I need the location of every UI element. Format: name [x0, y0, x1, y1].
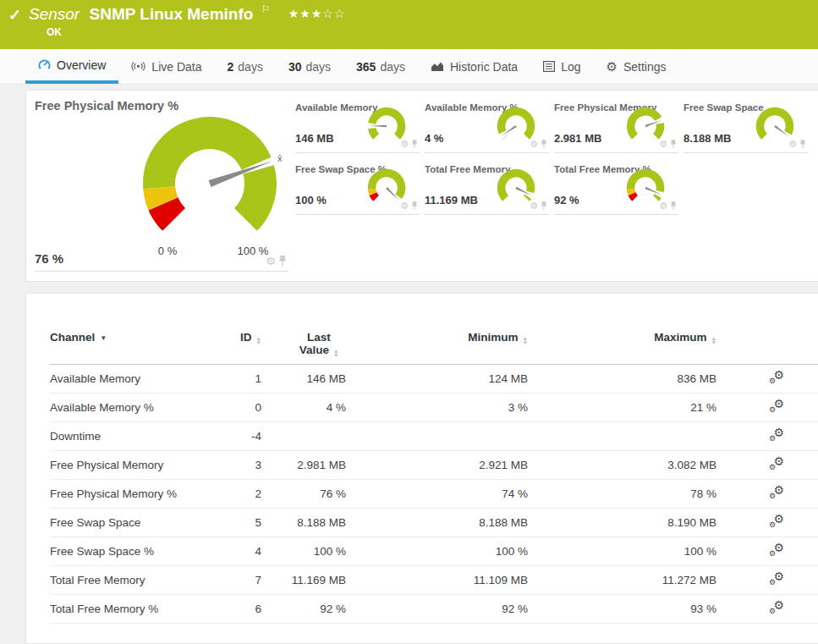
tab-overview[interactable]: Overview — [25, 49, 118, 84]
tab-historic-data[interactable]: Historic Data — [418, 49, 530, 84]
cell-minimum — [346, 422, 528, 451]
cell-channel[interactable]: Total Free Memory — [50, 566, 219, 595]
cell-last-value: 100 % — [261, 537, 346, 566]
pin-icon[interactable] — [411, 140, 418, 149]
sort-icon: ▲▼ — [523, 336, 528, 344]
cell-channel[interactable]: Total Free Memory % — [50, 595, 219, 624]
small-gauge-value: 11.169 MB — [425, 194, 478, 206]
tab-2-days[interactable]: 2 days — [215, 49, 276, 84]
tab-settings[interactable]: ⚙ Settings — [593, 49, 678, 84]
channel-settings-gears-icon[interactable]: ⚙⚙ — [769, 399, 784, 413]
small-gauges-grid: Available Memory 146 MB ⚙ Available Memo… — [295, 96, 813, 281]
small-gauge-cell[interactable]: Free Physical Memory 2.981 MB ⚙ — [554, 96, 678, 153]
small-gauge-cell[interactable]: Total Free Memory 11.169 MB ⚙ — [425, 158, 549, 215]
pin-icon[interactable] — [670, 201, 677, 211]
channel-settings-gears-icon[interactable]: ⚙⚙ — [769, 428, 784, 442]
channel-settings-gears-icon[interactable]: ⚙⚙ — [769, 572, 784, 586]
gauge-scale-min: 0 % — [149, 245, 186, 257]
pin-icon[interactable] — [541, 140, 547, 149]
gear-icon[interactable]: ⚙ — [530, 201, 538, 211]
gear-icon[interactable]: ⚙ — [400, 140, 409, 149]
cell-minimum: 100 % — [346, 537, 528, 566]
gauge-icon — [38, 58, 51, 71]
cell-actions: ⚙⚙ — [716, 509, 818, 537]
cell-channel[interactable]: Free Physical Memory % — [50, 480, 219, 509]
channel-settings-gears-icon[interactable]: ⚙⚙ — [769, 515, 784, 528]
table-row[interactable]: Free Physical Memory 3 2.981 MB 2.921 MB… — [50, 451, 818, 480]
small-gauge-cell[interactable]: Available Memory % 4 % ⚙ — [425, 96, 549, 153]
cell-channel[interactable]: Available Memory % — [50, 394, 219, 422]
small-gauge-cell[interactable]: Free Swap Space 8.188 MB ⚙ — [683, 96, 808, 153]
gear-icon[interactable]: ⚙ — [530, 140, 538, 149]
cell-id: -4 — [219, 422, 261, 451]
pin-icon[interactable] — [799, 140, 806, 149]
tab-label: Live Data — [151, 60, 201, 74]
small-gauge-value: 2.981 MB — [554, 132, 601, 145]
table-row[interactable]: Free Swap Space % 4 100 % 100 % 100 % ⚙⚙ — [50, 537, 818, 566]
channel-settings-gears-icon[interactable]: ⚙⚙ — [769, 371, 784, 384]
tab-live-data[interactable]: Live Data — [118, 49, 214, 84]
pin-icon[interactable] — [670, 140, 677, 149]
cell-minimum: 92 % — [346, 595, 528, 624]
gear-icon[interactable]: ⚙ — [266, 256, 276, 267]
table-row[interactable]: Downtime -4 ⚙⚙ — [50, 422, 818, 451]
small-gauge-cell[interactable]: Available Memory 146 MB ⚙ — [295, 96, 420, 153]
channel-settings-gears-icon[interactable]: ⚙⚙ — [769, 486, 784, 499]
cell-last-value: 146 MB — [261, 365, 346, 394]
pin-icon[interactable] — [411, 201, 418, 211]
cell-minimum: 11.109 MB — [346, 566, 528, 595]
table-row[interactable]: Total Free Memory 7 11.169 MB 11.109 MB … — [50, 566, 818, 595]
cell-id: 4 — [219, 537, 261, 566]
cell-actions: ⚙⚙ — [716, 566, 818, 595]
column-header-maximum[interactable]: Maximum▲▼ — [528, 331, 716, 365]
cell-channel[interactable]: Free Swap Space — [50, 509, 219, 537]
small-gauge-cell[interactable]: Free Swap Space % 100 % ⚙ — [295, 158, 420, 215]
table-row[interactable]: Available Memory % 0 4 % 3 % 21 % ⚙⚙ — [50, 394, 818, 422]
tab-30-days[interactable]: 30 days — [276, 49, 343, 84]
table-row[interactable]: Total Free Memory % 6 92 % 92 % 93 % ⚙⚙ — [50, 595, 818, 624]
cell-maximum: 11.272 MB — [528, 566, 716, 595]
cell-maximum: 836 MB — [528, 365, 716, 394]
small-gauge-value: 146 MB — [295, 132, 334, 145]
cell-id: 1 — [219, 365, 261, 394]
column-header-channel[interactable]: Channel▼ — [50, 331, 219, 365]
priority-flag-icon[interactable]: ⚐ — [261, 3, 271, 15]
cell-channel[interactable]: Downtime — [50, 422, 219, 451]
pin-icon[interactable] — [278, 256, 287, 267]
cell-last-value: 2.981 MB — [261, 451, 346, 480]
main-gauge-cell[interactable]: Free Physical Memory % x̄ 0 % 100 % 76 %… — [35, 91, 288, 272]
channel-settings-gears-icon[interactable]: ⚙⚙ — [769, 457, 784, 471]
cell-minimum: 2.921 MB — [346, 451, 528, 480]
table-row[interactable]: Free Physical Memory % 2 76 % 74 % 78 % … — [50, 480, 818, 509]
star-rating[interactable]: ★★★☆☆ — [288, 7, 346, 20]
table-row[interactable]: Free Swap Space 5 8.188 MB 8.188 MB 8.19… — [50, 509, 818, 537]
gear-icon[interactable]: ⚙ — [788, 140, 797, 149]
small-gauge-value: 4 % — [425, 132, 443, 145]
pin-icon[interactable] — [541, 201, 547, 211]
cell-minimum: 74 % — [346, 480, 528, 509]
small-gauge-value: 100 % — [295, 194, 327, 206]
cell-actions: ⚙⚙ — [716, 451, 818, 480]
tab-log[interactable]: Log — [530, 49, 593, 84]
gear-icon[interactable]: ⚙ — [400, 201, 409, 211]
table-row[interactable]: Available Memory 1 146 MB 124 MB 836 MB … — [50, 365, 818, 394]
cell-channel[interactable]: Free Physical Memory — [50, 451, 219, 480]
small-gauge-cell[interactable]: Total Free Memory % 92 % ⚙ — [554, 158, 678, 215]
tab-label: Log — [561, 60, 580, 74]
channel-table-panel: Channel▼ ID▲▼ Last Value▲▼ Minimum▲▼ Max… — [25, 293, 818, 644]
cell-actions: ⚙⚙ — [716, 480, 818, 509]
cell-minimum: 124 MB — [346, 365, 528, 394]
cell-channel[interactable]: Free Swap Space % — [50, 537, 219, 566]
channel-settings-gears-icon[interactable]: ⚙⚙ — [769, 543, 784, 557]
gear-icon[interactable]: ⚙ — [659, 140, 667, 149]
channel-table: Channel▼ ID▲▼ Last Value▲▼ Minimum▲▼ Max… — [50, 331, 818, 624]
gear-icon: ⚙ — [606, 60, 617, 73]
tab-365-days[interactable]: 365 days — [343, 49, 418, 84]
column-header-id[interactable]: ID▲▼ — [219, 331, 261, 365]
column-header-minimum[interactable]: Minimum▲▼ — [346, 331, 528, 365]
channel-settings-gears-icon[interactable]: ⚙⚙ — [769, 601, 784, 614]
object-kind-label: Sensor — [29, 5, 80, 23]
cell-channel[interactable]: Available Memory — [50, 365, 219, 394]
gear-icon[interactable]: ⚙ — [659, 201, 667, 211]
column-header-last-value[interactable]: Last Value▲▼ — [261, 331, 346, 365]
